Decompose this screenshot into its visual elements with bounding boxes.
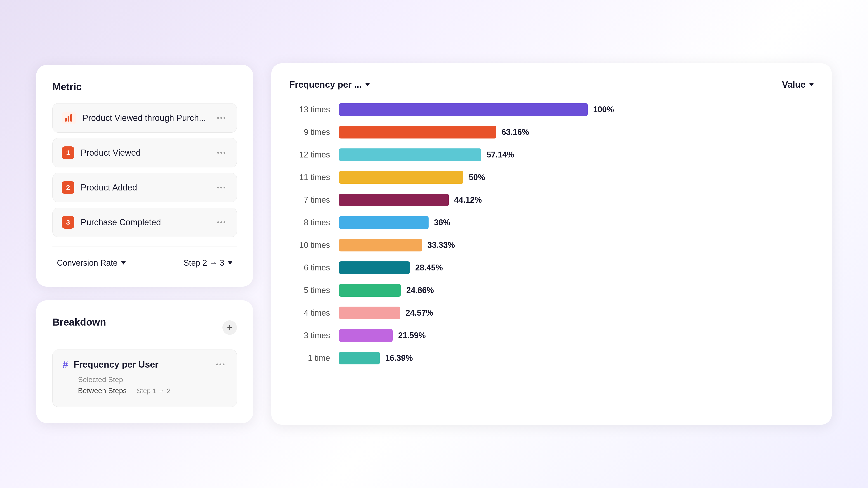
dot [223,152,225,154]
step-1-label: Product Viewed [81,148,209,158]
svg-rect-2 [70,114,72,122]
row-label: 12 times [289,150,339,160]
breakdown-item-label: Frequency per User [73,359,209,369]
step-3-item[interactable]: 3 Purchase Completed [53,207,237,237]
step-3-label: Purchase Completed [81,218,209,227]
step-1-badge: 1 [62,147,74,159]
dot [216,363,218,365]
breakdown-title: Breakdown [53,317,106,328]
bar-container: 21.59% [339,329,814,342]
chevron-down-icon [228,261,232,265]
dot [223,187,225,188]
chart-row: 5 times 24.86% [289,284,814,297]
bar [339,306,400,319]
bottom-controls: Conversion Rate Step 2 → 3 [53,256,237,270]
chart-rows: 13 times 100% 9 times 63.16% 12 times 57… [289,103,814,364]
row-label: 1 time [289,353,339,363]
add-breakdown-button[interactable]: + [222,320,237,335]
breakdown-card: Breakdown + # Frequency per User Selecte… [36,300,253,423]
bar-container: 33.33% [339,239,814,252]
bar-container: 24.57% [339,306,814,319]
between-steps-label: Between Steps [78,387,127,395]
chart-row: 1 time 16.39% [289,352,814,364]
selected-step-detail: Selected Step [63,376,227,384]
bar-value: 36% [434,218,450,227]
dot [223,221,225,223]
dot [217,187,219,188]
chart-row: 8 times 36% [289,216,814,229]
dot [217,117,219,119]
bar [339,171,463,184]
bar-value: 16.39% [385,353,413,363]
divider [53,246,237,247]
bar [339,261,410,274]
bar [339,352,380,364]
row-label: 11 times [289,173,339,182]
breakdown-item-dots[interactable] [214,360,227,369]
parent-metric-dots[interactable] [215,113,228,123]
chart-row: 9 times 63.16% [289,126,814,138]
value-column-header[interactable]: Value [375,79,814,90]
step-2-dots[interactable] [215,183,228,192]
conversion-rate-label: Conversion Rate [57,258,118,268]
chart-header: Frequency per ... Value [289,79,814,90]
step-range-dropdown[interactable]: Step 2 → 3 [179,256,237,270]
bar-container: 36% [339,216,814,229]
step-2-badge: 2 [62,181,74,194]
step-1-item[interactable]: 1 Product Viewed [53,138,237,167]
row-label: 7 times [289,195,339,205]
step-range-label: Step 2 → 3 [184,258,224,268]
chevron-down-icon [809,83,814,86]
chart-row: 10 times 33.33% [289,239,814,252]
step-2-label: Product Added [81,183,209,193]
dot [223,363,224,365]
row-label: 6 times [289,263,339,272]
bar-container: 16.39% [339,352,814,364]
hash-icon: # [63,359,68,370]
step-3-dots[interactable] [215,218,228,227]
row-label: 5 times [289,286,339,295]
row-label: 3 times [289,331,339,340]
step-range: Step 1 → 2 [137,387,170,394]
bar [339,329,393,342]
dot [220,117,222,119]
bar-value: 21.59% [398,331,426,340]
row-label: 4 times [289,308,339,318]
bar-container: 24.86% [339,284,814,297]
chart-row: 12 times 57.14% [289,149,814,161]
chart-row: 3 times 21.59% [289,329,814,342]
step-3-badge: 3 [62,216,74,229]
dot [219,363,221,365]
parent-metric-label: Product Viewed through Purch... [83,113,209,123]
right-panel: Frequency per ... Value 13 times 100% 9 … [271,63,832,425]
parent-metric-item[interactable]: Product Viewed through Purch... [53,103,237,133]
chart-row: 13 times 100% [289,103,814,116]
between-steps-detail: Between Steps Step 1 → 2 [63,387,227,395]
bar [339,126,496,138]
svg-rect-0 [65,118,67,122]
bar-value: 57.14% [487,150,514,160]
chart-row: 7 times 44.12% [289,194,814,206]
conversion-rate-dropdown[interactable]: Conversion Rate [53,256,130,270]
bar [339,149,481,161]
dot [217,221,219,223]
bar [339,194,449,206]
bars-chart-icon [62,111,76,124]
dot [217,152,219,154]
breakdown-item: # Frequency per User Selected Step Betwe… [53,350,237,407]
chevron-down-icon [365,83,370,86]
step-2-item[interactable]: 2 Product Added [53,173,237,202]
frequency-column-header[interactable]: Frequency per ... [289,79,375,90]
bar [339,216,429,229]
bar-container: 50% [339,171,814,184]
bar [339,284,401,297]
row-label: 8 times [289,218,339,227]
bar-value: 100% [593,105,614,114]
bar-container: 100% [339,103,814,116]
bar-value: 63.16% [502,127,529,137]
bar-value: 28.45% [415,263,443,272]
bar-container: 44.12% [339,194,814,206]
dot [220,221,222,223]
svg-rect-1 [68,116,69,122]
step-1-dots[interactable] [215,148,228,157]
